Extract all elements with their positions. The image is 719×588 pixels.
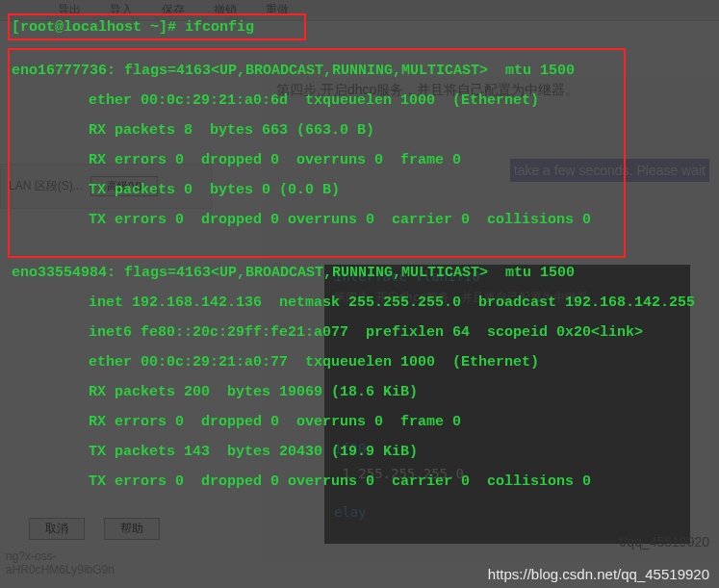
watermark: https://blog.csdn.net/qq_45519920: [488, 566, 709, 582]
iface2-rx-packets: RX packets 200 bytes 19069 (18.6 KiB): [12, 382, 707, 402]
iface2-inet6: inet6 fe80::20c:29ff:fe21:a077 prefixlen…: [12, 322, 707, 343]
iface2-rx-errors: RX errors 0 dropped 0 overruns 0 frame 0: [12, 412, 707, 432]
iface1-rx-errors: RX errors 0 dropped 0 overruns 0 frame 0: [12, 150, 707, 170]
iface1-tx-errors: TX errors 0 dropped 0 overruns 0 carrier…: [12, 210, 707, 230]
iface2-header: eno33554984: flags=4163<UP,BROADCAST,RUN…: [12, 263, 707, 283]
iface1-ether: ether 00:0c:29:21:a0:6d txqueuelen 1000 …: [12, 90, 707, 111]
iface1-tx-packets: TX packets 0 bytes 0 (0.0 B): [12, 180, 707, 200]
iface2-ether: ether 00:0c:29:21:a0:77 txqueuelen 1000 …: [12, 352, 707, 372]
iface2-tx-errors: TX errors 0 dropped 0 overruns 0 carrier…: [12, 472, 707, 492]
iface1-rx-packets: RX packets 8 bytes 663 (663.0 B): [12, 120, 707, 141]
iface2-inet: inet 192.168.142.136 netmask 255.255.255…: [12, 293, 707, 313]
terminal-prompt: [root@localhost ~]# ifconfig: [12, 17, 707, 38]
iface2-tx-packets: TX packets 143 bytes 20430 (19.9 KiB): [12, 442, 707, 462]
iface1-header: eno16777736: flags=4163<UP,BROADCAST,RUN…: [12, 61, 707, 81]
terminal-overlay: [root@localhost ~]# ifconfig eno16777736…: [0, 0, 719, 588]
